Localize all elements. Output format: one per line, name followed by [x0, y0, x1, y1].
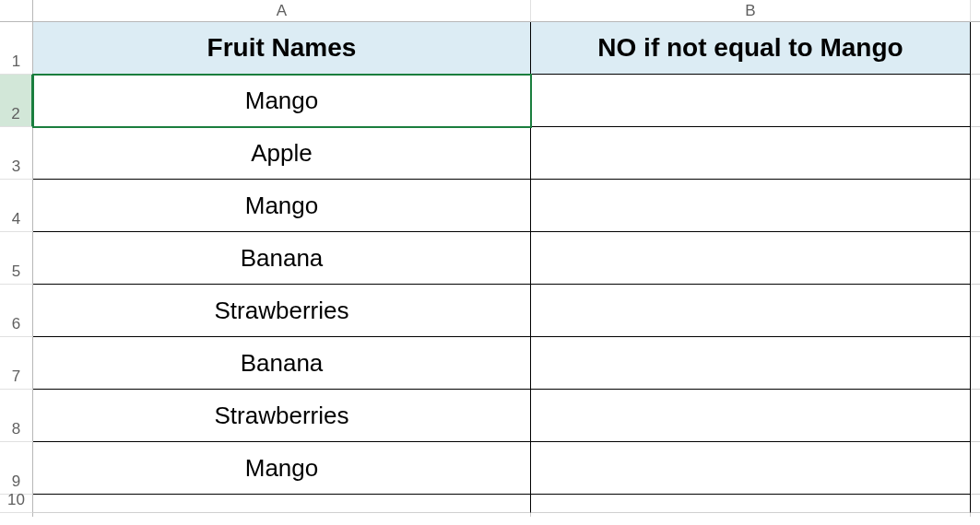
cell-A1[interactable]: Fruit Names	[33, 22, 531, 75]
cell-B9[interactable]	[531, 442, 971, 495]
col-header-B[interactable]: B	[531, 0, 971, 22]
row-header-10[interactable]: 10	[0, 495, 33, 513]
cell-A8[interactable]: Strawberries	[33, 390, 531, 442]
row-header-7[interactable]: 7	[0, 337, 33, 390]
row-header-6[interactable]: 6	[0, 285, 33, 337]
cell-B8[interactable]	[531, 390, 971, 442]
grid-edge	[971, 390, 980, 442]
spreadsheet-grid: A B 1 Fruit Names NO if not equal to Man…	[0, 0, 980, 517]
grid-edge	[971, 337, 980, 390]
row-header-11[interactable]	[0, 513, 33, 517]
cell-A3[interactable]: Apple	[33, 127, 531, 180]
grid-edge	[971, 442, 980, 495]
grid-edge	[971, 285, 980, 337]
col-header-edge	[971, 0, 980, 22]
cell-B11[interactable]	[531, 513, 971, 517]
grid-edge	[971, 22, 980, 75]
grid-edge	[971, 180, 980, 232]
grid-edge	[971, 127, 980, 180]
cell-B7[interactable]	[531, 337, 971, 390]
cell-A7[interactable]: Banana	[33, 337, 531, 390]
cell-B5[interactable]	[531, 232, 971, 285]
cell-A10[interactable]	[33, 495, 531, 513]
row-header-1[interactable]: 1	[0, 22, 33, 75]
row-header-2[interactable]: 2	[0, 75, 33, 127]
cell-A9[interactable]: Mango	[33, 442, 531, 495]
cell-B3[interactable]	[531, 127, 971, 180]
cell-B10[interactable]	[531, 495, 971, 513]
cell-B6[interactable]	[531, 285, 971, 337]
cell-B4[interactable]	[531, 180, 971, 232]
grid-edge	[971, 75, 980, 127]
cell-A2[interactable]: Mango	[33, 75, 531, 127]
grid-edge	[971, 232, 980, 285]
row-header-3[interactable]: 3	[0, 127, 33, 180]
cell-A5[interactable]: Banana	[33, 232, 531, 285]
cell-A6[interactable]: Strawberries	[33, 285, 531, 337]
row-header-9[interactable]: 9	[0, 442, 33, 495]
row-header-8[interactable]: 8	[0, 390, 33, 442]
row-header-5[interactable]: 5	[0, 232, 33, 285]
cell-B2[interactable]	[531, 75, 971, 127]
cell-A4[interactable]: Mango	[33, 180, 531, 232]
row-header-4[interactable]: 4	[0, 180, 33, 232]
col-header-A[interactable]: A	[33, 0, 531, 22]
grid-edge	[971, 513, 980, 517]
cell-B1[interactable]: NO if not equal to Mango	[531, 22, 971, 75]
grid-edge	[971, 495, 980, 513]
select-all-corner[interactable]	[0, 0, 33, 22]
cell-A11[interactable]	[33, 513, 531, 517]
